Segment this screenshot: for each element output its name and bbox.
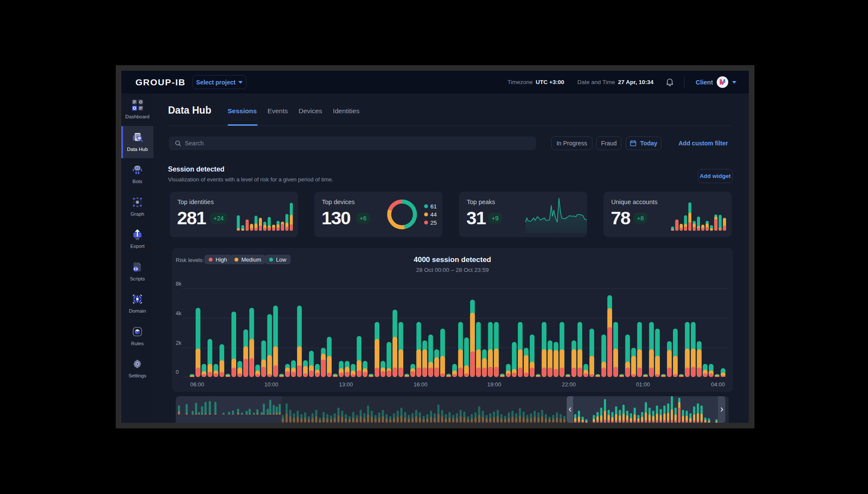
app-window: GROUP-IB Select project Timezone UTC +3:…	[121, 71, 749, 423]
sidebar-item-label: Data Hub	[121, 147, 153, 152]
notifications-button[interactable]	[664, 77, 675, 88]
datetime-value: 27 Apr, 10:34	[618, 79, 654, 85]
svg-text:25: 25	[430, 220, 437, 226]
datetime-group: Date and Time 27 Apr, 10:34	[577, 71, 654, 93]
timezone-group: Timezone UTC +3:00	[508, 71, 564, 93]
sidebar-item-graph[interactable]: Graph	[121, 191, 153, 223]
card-top-devices: Top devices 130 +6 614425	[314, 192, 442, 237]
client-label: Client	[696, 79, 713, 86]
sidebar-item-label: Bots	[121, 179, 153, 184]
brush-right-handle[interactable]	[718, 396, 725, 423]
sidebar-item-label: Export	[121, 244, 153, 249]
svg-text:44: 44	[430, 211, 437, 218]
section-title: Session detected	[168, 166, 225, 173]
add-custom-filter-link[interactable]: Add custom filter	[679, 136, 728, 150]
filter-today-label: Today	[640, 140, 657, 147]
sidebar-item-dashboard[interactable]: Dashboard	[121, 93, 153, 126]
sidebar-item-label: Settings	[121, 373, 153, 378]
search-input[interactable]	[169, 136, 536, 150]
graph-icon	[132, 196, 143, 208]
top-identities-spark-chart	[170, 192, 298, 237]
data-hub-icon	[132, 132, 143, 143]
overview-brush-strip	[176, 396, 729, 423]
sidebar-item-export[interactable]: Export	[121, 223, 153, 255]
filter-in-progress-label: In Progress	[556, 140, 587, 147]
card-top-peaks: Top peaks 31 +9	[459, 192, 587, 237]
page-title: Data Hub	[168, 105, 211, 116]
timezone-label: Timezone	[508, 79, 533, 85]
search-icon	[175, 140, 181, 147]
card-unique-accounts: Unique accounts 78 +8	[604, 192, 732, 237]
sidebar-item-scripts[interactable]: Scripts	[121, 256, 153, 288]
svg-text:06:00: 06:00	[190, 381, 204, 388]
settings-icon	[132, 358, 143, 370]
card-top-identities: Top identities 281 +24	[170, 192, 298, 237]
tab-sessions[interactable]: Sessions	[228, 107, 257, 115]
sidebar-item-label: Dashboard	[121, 114, 153, 119]
sidebar-item-label: Graph	[121, 211, 153, 217]
top-header: GROUP-IB Select project Timezone UTC +3:…	[121, 71, 749, 93]
overview-bars	[176, 396, 729, 423]
svg-text:01:00: 01:00	[636, 381, 650, 388]
unique-accounts-spark-chart	[604, 192, 732, 237]
select-project-label: Select project	[196, 79, 236, 86]
chevron-down-icon	[732, 81, 736, 84]
tab-bar: SessionsEventsDevicesIdentities	[228, 107, 360, 115]
domain-icon	[132, 293, 143, 305]
datetime-label: Date and Time	[577, 79, 615, 85]
sessions-chart-panel: Risk levels: HighMediumLow 4000 session …	[172, 248, 733, 392]
filter-fraud-button[interactable]: Fraud	[596, 136, 622, 150]
filter-in-progress-button[interactable]: In Progress	[551, 136, 592, 150]
section-subtitle: Visualization of events with a level of …	[168, 176, 333, 183]
bots-icon	[132, 164, 143, 175]
chevron-down-icon	[238, 81, 243, 84]
sidebar-item-bots[interactable]: Bots	[121, 158, 153, 190]
select-project-button[interactable]: Select project	[192, 75, 246, 89]
add-widget-button[interactable]: Add widget	[698, 169, 733, 183]
sidebar-item-settings[interactable]: Settings	[121, 352, 153, 385]
svg-text:16:00: 16:00	[414, 381, 428, 388]
dashboard-icon	[132, 99, 143, 111]
svg-text:4k: 4k	[176, 310, 182, 316]
export-icon	[132, 229, 143, 240]
tabs-divider	[168, 126, 733, 126]
top-devices-donut-chart: 614425	[314, 192, 442, 237]
svg-text:04:00: 04:00	[711, 381, 725, 388]
filter-fraud-label: Fraud	[601, 140, 617, 147]
svg-text:10:00: 10:00	[264, 381, 279, 388]
sidebar-item-label: Domain	[121, 308, 153, 313]
top-peaks-line-chart	[459, 192, 587, 237]
chevron-right-icon	[720, 407, 724, 412]
brand-logo: GROUP-IB	[135, 71, 186, 93]
chevron-left-icon	[568, 407, 572, 412]
tab-devices[interactable]: Devices	[298, 107, 322, 115]
svg-text:2k: 2k	[176, 340, 182, 346]
search-field[interactable]	[185, 140, 485, 147]
tab-identities[interactable]: Identities	[333, 107, 360, 115]
sidebar-nav: Dashboard Data Hub Bots Graph Export Scr…	[121, 93, 153, 423]
sidebar-item-rules[interactable]: Rules	[121, 320, 153, 352]
sidebar-item-label: Scripts	[121, 276, 153, 281]
svg-text:61: 61	[430, 203, 437, 210]
timezone-value: UTC +3:00	[536, 79, 564, 85]
bell-icon	[666, 78, 674, 87]
svg-text:19:00: 19:00	[487, 381, 502, 388]
sessions-stacked-bar-chart: 02k4k8k06:0010:0013:0016:0019:0022:0001:…	[172, 248, 733, 392]
sidebar-item-label: Rules	[121, 341, 153, 346]
svg-text:0: 0	[176, 369, 179, 375]
avatar	[717, 76, 728, 88]
svg-text:13:00: 13:00	[339, 381, 353, 388]
add-custom-filter-label: Add custom filter	[679, 140, 728, 147]
client-logo-icon	[717, 76, 728, 88]
filter-today-button[interactable]: Today	[626, 136, 661, 150]
svg-text:22:00: 22:00	[562, 381, 576, 388]
scripts-icon	[132, 261, 143, 273]
calendar-icon	[630, 140, 637, 147]
sidebar-item-domain[interactable]: Domain	[121, 288, 153, 320]
tab-events[interactable]: Events	[267, 107, 288, 115]
add-widget-label: Add widget	[700, 173, 731, 179]
svg-text:8k: 8k	[176, 281, 182, 287]
client-menu[interactable]: Client	[696, 71, 736, 93]
sidebar-item-data-hub[interactable]: Data Hub	[121, 126, 153, 158]
brush-left-handle[interactable]	[567, 396, 573, 423]
